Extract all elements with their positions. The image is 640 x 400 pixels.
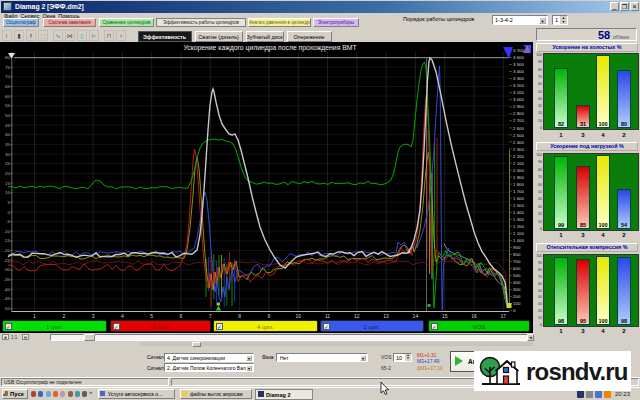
svg-text:3 000: 3 000 <box>513 97 525 102</box>
svg-text:75: 75 <box>5 65 10 70</box>
svg-text:1 500: 1 500 <box>513 203 525 208</box>
svg-text:1 000: 1 000 <box>513 238 525 243</box>
svg-text:0: 0 <box>513 308 516 313</box>
svg-text:1 200: 1 200 <box>513 224 525 229</box>
svg-text:30: 30 <box>5 152 10 157</box>
svg-text:2 300: 2 300 <box>513 147 525 152</box>
svg-text:-25: -25 <box>4 258 11 263</box>
svg-text:3 200: 3 200 <box>513 83 525 88</box>
svg-text:5: 5 <box>150 313 153 319</box>
svg-text:2 800: 2 800 <box>513 111 525 116</box>
svg-text:2 200: 2 200 <box>513 154 525 159</box>
svg-text:1: 1 <box>33 313 36 319</box>
svg-text:3 300: 3 300 <box>513 76 525 81</box>
svg-text:2 900: 2 900 <box>513 104 525 109</box>
svg-text:2 600: 2 600 <box>513 126 525 131</box>
svg-text:6: 6 <box>180 313 183 319</box>
svg-text:65: 65 <box>5 84 10 89</box>
svg-text:11: 11 <box>325 313 330 319</box>
svg-text:2 000: 2 000 <box>513 168 525 173</box>
svg-text:-5: -5 <box>6 219 10 224</box>
svg-text:40: 40 <box>5 132 10 137</box>
svg-text:-15: -15 <box>4 238 11 243</box>
svg-text:2 500: 2 500 <box>513 133 525 138</box>
svg-text:9: 9 <box>268 313 271 319</box>
svg-text:13: 13 <box>383 313 389 319</box>
svg-text:7: 7 <box>209 313 212 319</box>
svg-text:16: 16 <box>471 313 477 319</box>
svg-text:60: 60 <box>5 94 10 99</box>
svg-text:3: 3 <box>92 313 95 319</box>
svg-text:25: 25 <box>5 161 10 166</box>
svg-text:-20: -20 <box>4 248 11 253</box>
svg-text:1 400: 1 400 <box>513 210 525 215</box>
svg-text:10: 10 <box>5 190 10 195</box>
svg-text:14: 14 <box>413 313 419 319</box>
svg-text:8: 8 <box>238 313 241 319</box>
svg-text:35: 35 <box>5 142 10 147</box>
svg-text:-50: -50 <box>4 306 11 311</box>
svg-text:2: 2 <box>62 313 65 319</box>
svg-text:3 700: 3 700 <box>513 48 525 53</box>
svg-text:100: 100 <box>513 301 521 306</box>
svg-text:1 700: 1 700 <box>513 189 525 194</box>
svg-text:55: 55 <box>5 103 10 108</box>
svg-text:200: 200 <box>513 294 521 299</box>
svg-text:1 900: 1 900 <box>513 175 525 180</box>
svg-text:3 400: 3 400 <box>513 69 525 74</box>
svg-text:70: 70 <box>5 74 10 79</box>
svg-text:-30: -30 <box>4 267 11 272</box>
svg-text:Ускорение каждого цилиндра пос: Ускорение каждого цилиндра после прохожд… <box>183 44 356 52</box>
svg-text:20: 20 <box>5 171 10 176</box>
svg-text:15: 15 <box>442 313 448 319</box>
svg-text:12: 12 <box>354 313 360 319</box>
svg-text:-10: -10 <box>4 229 11 234</box>
svg-text:1 300: 1 300 <box>513 217 525 222</box>
svg-text:1 600: 1 600 <box>513 196 525 201</box>
svg-text:10: 10 <box>295 313 301 319</box>
svg-text:-45: -45 <box>4 296 11 301</box>
svg-text:17: 17 <box>501 313 507 319</box>
svg-text:1 800: 1 800 <box>513 182 525 187</box>
svg-text:2 400: 2 400 <box>513 140 525 145</box>
svg-text:4: 4 <box>121 313 124 319</box>
svg-text:3 100: 3 100 <box>513 90 525 95</box>
svg-text:800: 800 <box>513 252 521 257</box>
svg-text:15: 15 <box>5 181 10 186</box>
svg-text:0: 0 <box>8 210 11 215</box>
svg-text:1 100: 1 100 <box>513 231 525 236</box>
svg-text:700: 700 <box>513 259 521 264</box>
svg-text:80: 80 <box>5 55 10 60</box>
svg-text:5: 5 <box>8 200 11 205</box>
svg-text:2 100: 2 100 <box>513 161 525 166</box>
svg-text:300: 300 <box>513 287 521 292</box>
svg-text:50: 50 <box>5 113 10 118</box>
svg-text:-40: -40 <box>4 287 11 292</box>
svg-text:3 600: 3 600 <box>513 55 525 60</box>
svg-text:-35: -35 <box>4 277 11 282</box>
svg-text:600: 600 <box>513 266 521 271</box>
svg-text:45: 45 <box>5 123 10 128</box>
svg-text:500: 500 <box>513 273 521 278</box>
svg-text:400: 400 <box>513 280 521 285</box>
svg-text:2 700: 2 700 <box>513 118 525 123</box>
svg-text:3 500: 3 500 <box>513 62 525 67</box>
svg-text:900: 900 <box>513 245 521 250</box>
